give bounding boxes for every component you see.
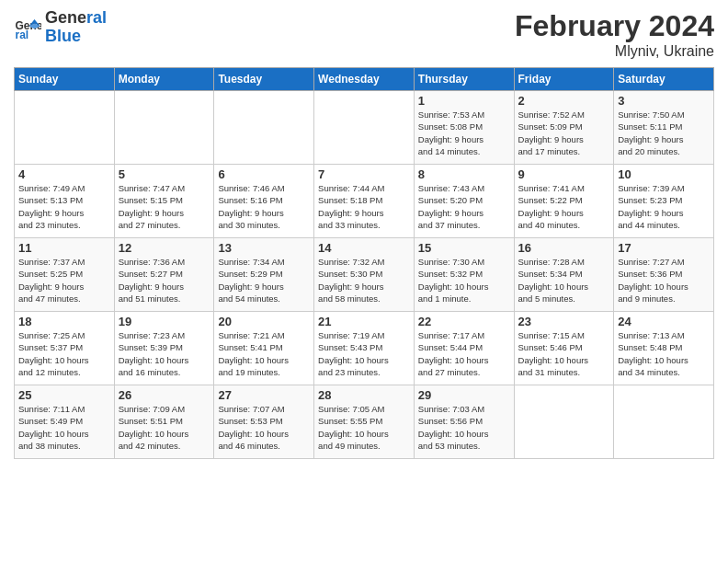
day-cell: 10Sunrise: 7:39 AM Sunset: 5:23 PM Dayli…	[614, 165, 714, 238]
day-detail: Sunrise: 7:53 AM Sunset: 5:08 PM Dayligh…	[418, 109, 510, 157]
day-detail: Sunrise: 7:30 AM Sunset: 5:32 PM Dayligh…	[418, 256, 510, 304]
logo-icon: Gene ral	[14, 14, 41, 41]
day-detail: Sunrise: 7:34 AM Sunset: 5:29 PM Dayligh…	[218, 256, 310, 304]
day-number: 11	[18, 241, 110, 255]
day-number: 14	[318, 241, 410, 255]
day-header-wednesday: Wednesday	[314, 68, 415, 91]
day-number: 7	[318, 167, 410, 181]
day-cell: 29Sunrise: 7:03 AM Sunset: 5:56 PM Dayli…	[414, 385, 514, 459]
day-cell: 22Sunrise: 7:17 AM Sunset: 5:44 PM Dayli…	[414, 312, 514, 385]
day-number: 20	[218, 315, 310, 328]
day-detail: Sunrise: 7:52 AM Sunset: 5:09 PM Dayligh…	[518, 109, 610, 157]
day-detail: Sunrise: 7:46 AM Sunset: 5:16 PM Dayligh…	[218, 182, 310, 231]
day-detail: Sunrise: 7:28 AM Sunset: 5:34 PM Dayligh…	[518, 256, 610, 304]
day-detail: Sunrise: 7:44 AM Sunset: 5:18 PM Dayligh…	[318, 182, 410, 231]
day-header-saturday: Saturday	[614, 68, 714, 91]
calendar-title: February 2024	[515, 9, 714, 43]
day-cell: 17Sunrise: 7:27 AM Sunset: 5:36 PM Dayli…	[614, 238, 714, 312]
day-cell: 14Sunrise: 7:32 AM Sunset: 5:30 PM Dayli…	[314, 238, 415, 312]
day-cell: 13Sunrise: 7:34 AM Sunset: 5:29 PM Dayli…	[214, 238, 314, 312]
day-cell: 1Sunrise: 7:53 AM Sunset: 5:08 PM Daylig…	[414, 91, 514, 165]
day-cell: 11Sunrise: 7:37 AM Sunset: 5:25 PM Dayli…	[15, 238, 115, 312]
day-cell: 24Sunrise: 7:13 AM Sunset: 5:48 PM Dayli…	[614, 312, 714, 385]
day-cell: 15Sunrise: 7:30 AM Sunset: 5:32 PM Dayli…	[414, 238, 514, 312]
day-cell: 7Sunrise: 7:44 AM Sunset: 5:18 PM Daylig…	[314, 165, 415, 238]
day-cell: 23Sunrise: 7:15 AM Sunset: 5:46 PM Dayli…	[514, 312, 614, 385]
day-cell: 26Sunrise: 7:09 AM Sunset: 5:51 PM Dayli…	[114, 385, 214, 459]
logo-text: General Blue	[45, 9, 107, 46]
day-detail: Sunrise: 7:03 AM Sunset: 5:56 PM Dayligh…	[418, 403, 510, 452]
day-number: 15	[418, 241, 510, 255]
day-detail: Sunrise: 7:15 AM Sunset: 5:46 PM Dayligh…	[518, 329, 610, 378]
day-cell: 6Sunrise: 7:46 AM Sunset: 5:16 PM Daylig…	[214, 165, 314, 238]
day-number: 2	[518, 94, 610, 108]
day-number: 9	[518, 167, 610, 181]
day-number: 28	[318, 388, 410, 402]
day-number: 27	[218, 388, 310, 402]
day-header-row: SundayMondayTuesdayWednesdayThursdayFrid…	[15, 68, 714, 91]
day-header-thursday: Thursday	[414, 68, 514, 91]
day-cell: 4Sunrise: 7:49 AM Sunset: 5:13 PM Daylig…	[15, 165, 115, 238]
day-cell: 18Sunrise: 7:25 AM Sunset: 5:37 PM Dayli…	[15, 312, 115, 385]
day-number: 1	[418, 94, 510, 108]
day-number: 26	[119, 388, 210, 402]
week-row-3: 18Sunrise: 7:25 AM Sunset: 5:37 PM Dayli…	[15, 312, 714, 385]
title-block: February 2024 Mlyniv, Ukraine	[515, 9, 714, 60]
day-number: 25	[18, 388, 110, 402]
day-number: 22	[418, 315, 510, 328]
day-detail: Sunrise: 7:39 AM Sunset: 5:23 PM Dayligh…	[618, 182, 710, 231]
day-cell: 16Sunrise: 7:28 AM Sunset: 5:34 PM Dayli…	[514, 238, 614, 312]
day-detail: Sunrise: 7:32 AM Sunset: 5:30 PM Dayligh…	[318, 256, 410, 304]
day-number: 5	[119, 167, 210, 181]
day-number: 8	[418, 167, 510, 181]
day-cell: 2Sunrise: 7:52 AM Sunset: 5:09 PM Daylig…	[514, 91, 614, 165]
day-number: 19	[119, 315, 210, 328]
day-cell: 9Sunrise: 7:41 AM Sunset: 5:22 PM Daylig…	[514, 165, 614, 238]
day-cell	[314, 91, 415, 165]
day-cell	[114, 91, 214, 165]
day-number: 29	[418, 388, 510, 402]
day-number: 21	[318, 315, 410, 328]
day-header-friday: Friday	[514, 68, 614, 91]
day-detail: Sunrise: 7:37 AM Sunset: 5:25 PM Dayligh…	[18, 256, 110, 304]
day-detail: Sunrise: 7:09 AM Sunset: 5:51 PM Dayligh…	[119, 403, 210, 452]
day-cell	[514, 385, 614, 459]
day-number: 4	[18, 167, 110, 181]
day-cell: 21Sunrise: 7:19 AM Sunset: 5:43 PM Dayli…	[314, 312, 415, 385]
day-number: 17	[618, 241, 710, 255]
calendar-subtitle: Mlyniv, Ukraine	[515, 43, 714, 60]
day-detail: Sunrise: 7:19 AM Sunset: 5:43 PM Dayligh…	[318, 329, 410, 378]
week-row-2: 11Sunrise: 7:37 AM Sunset: 5:25 PM Dayli…	[15, 238, 714, 312]
day-detail: Sunrise: 7:43 AM Sunset: 5:20 PM Dayligh…	[418, 182, 510, 231]
day-cell: 27Sunrise: 7:07 AM Sunset: 5:53 PM Dayli…	[214, 385, 314, 459]
day-detail: Sunrise: 7:27 AM Sunset: 5:36 PM Dayligh…	[618, 256, 710, 304]
day-number: 18	[18, 315, 110, 328]
day-detail: Sunrise: 7:07 AM Sunset: 5:53 PM Dayligh…	[218, 403, 310, 452]
day-header-tuesday: Tuesday	[214, 68, 314, 91]
day-detail: Sunrise: 7:21 AM Sunset: 5:41 PM Dayligh…	[218, 329, 310, 378]
day-cell: 12Sunrise: 7:36 AM Sunset: 5:27 PM Dayli…	[114, 238, 214, 312]
day-cell: 25Sunrise: 7:11 AM Sunset: 5:49 PM Dayli…	[15, 385, 115, 459]
calendar-table: SundayMondayTuesdayWednesdayThursdayFrid…	[14, 67, 714, 459]
day-number: 24	[618, 315, 710, 328]
day-cell	[15, 91, 115, 165]
day-header-monday: Monday	[114, 68, 214, 91]
day-detail: Sunrise: 7:36 AM Sunset: 5:27 PM Dayligh…	[119, 256, 210, 304]
day-number: 6	[218, 167, 310, 181]
day-cell: 8Sunrise: 7:43 AM Sunset: 5:20 PM Daylig…	[414, 165, 514, 238]
day-detail: Sunrise: 7:11 AM Sunset: 5:49 PM Dayligh…	[18, 403, 110, 452]
day-cell: 28Sunrise: 7:05 AM Sunset: 5:55 PM Dayli…	[314, 385, 415, 459]
day-number: 23	[518, 315, 610, 328]
day-cell	[214, 91, 314, 165]
day-cell: 5Sunrise: 7:47 AM Sunset: 5:15 PM Daylig…	[114, 165, 214, 238]
day-number: 10	[618, 167, 710, 181]
day-detail: Sunrise: 7:49 AM Sunset: 5:13 PM Dayligh…	[18, 182, 110, 231]
day-detail: Sunrise: 7:05 AM Sunset: 5:55 PM Dayligh…	[318, 403, 410, 452]
logo: Gene ral General Blue	[14, 9, 107, 46]
day-number: 16	[518, 241, 610, 255]
main-container: Gene ral General Blue February 2024 Mlyn…	[0, 0, 728, 464]
day-number: 13	[218, 241, 310, 255]
day-detail: Sunrise: 7:50 AM Sunset: 5:11 PM Dayligh…	[618, 109, 710, 157]
day-number: 3	[618, 94, 710, 108]
day-detail: Sunrise: 7:13 AM Sunset: 5:48 PM Dayligh…	[618, 329, 710, 378]
